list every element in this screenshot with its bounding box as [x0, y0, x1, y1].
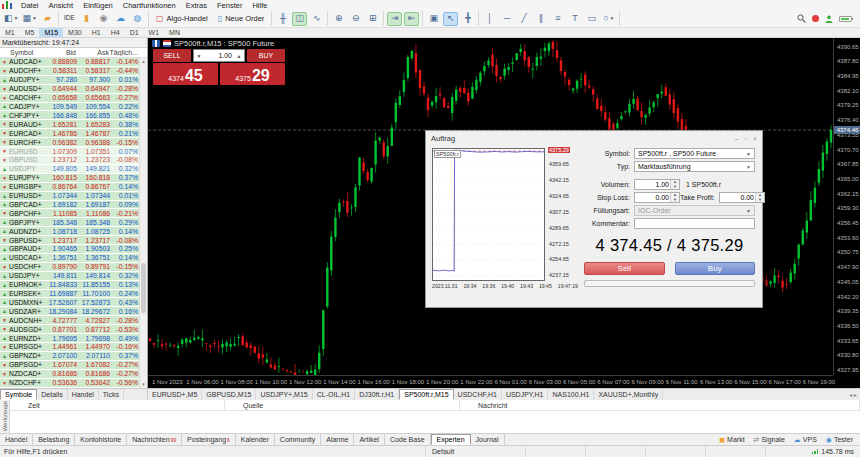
- search-icon[interactable]: [797, 14, 806, 23]
- menu-ansicht[interactable]: Ansicht: [44, 1, 79, 10]
- toolbox-tab-belastung[interactable]: Belastung: [33, 434, 75, 445]
- toolbox-column-quelle[interactable]: Quelle: [225, 400, 460, 410]
- quick-sell-button[interactable]: SELL: [153, 49, 191, 62]
- ide-icon[interactable]: IDE: [62, 12, 77, 26]
- mw-tab-handel[interactable]: Handel: [68, 389, 99, 400]
- vertical-line-icon[interactable]: │: [482, 12, 497, 26]
- timeframe-m5[interactable]: M5: [20, 28, 40, 37]
- order-type-select[interactable]: Marktausführung▼: [634, 161, 755, 172]
- grid-icon[interactable]: ⊞: [365, 12, 380, 26]
- timeframe-d1[interactable]: D1: [125, 28, 144, 37]
- symbol-row-usdjpy[interactable]: ▲USDJPY+149.811149.8140.32%: [0, 272, 139, 281]
- take-profit-stepper[interactable]: ▲▼: [719, 192, 765, 203]
- vps-button[interactable]: ☁VPS: [794, 436, 817, 443]
- chart-tab-usdchf-h1[interactable]: USDCHF,H1: [454, 389, 502, 400]
- new-order-button[interactable]: ▯Neue Order: [213, 12, 270, 26]
- menu-hilfe[interactable]: Hilfe: [247, 1, 272, 10]
- chart-type-icon[interactable]: ◧▼: [3, 12, 19, 26]
- profile-cell[interactable]: Default: [425, 446, 525, 457]
- crosshair-icon[interactable]: ╋: [460, 12, 475, 26]
- latency-cell[interactable]: 145.78 ms: [765, 446, 860, 457]
- tab-scroll-icons[interactable]: ◂ ▸: [846, 391, 860, 398]
- toolbox-column-zeit[interactable]: Zeit: [10, 400, 225, 410]
- symbol-row-eurnzd[interactable]: ▲EURNZD+1.796951.796980.49%: [0, 334, 139, 343]
- symbol-row-chfjpy[interactable]: ▲CHFJPY+166.848166.8550.48%: [0, 111, 139, 120]
- toolbox-column-nachricht[interactable]: Nachricht: [460, 400, 860, 410]
- symbol-row-gbpaud[interactable]: ▲GBPAUD+1.904651.905030.25%: [0, 245, 139, 254]
- chart-area[interactable]: 4390.654387.804384.954382.104379.254376.…: [148, 38, 860, 388]
- minimize-icon[interactable]: –: [735, 135, 739, 142]
- channel-icon[interactable]: ∥: [533, 12, 548, 26]
- scroll-up-icon[interactable]: ▴: [140, 58, 147, 65]
- symbol-row-usdcad[interactable]: ▲USDCAD+1.367511.367510.14%: [0, 254, 139, 263]
- comment-input[interactable]: [634, 218, 755, 229]
- symbol-row-audcad[interactable]: ▼AUDCAD+0.888090.88817-0.14%: [0, 58, 139, 67]
- mw-tab-symbole[interactable]: Symbole: [0, 389, 37, 400]
- chart-tab-usdjpy-m15[interactable]: USDJPY+,M15: [256, 389, 312, 400]
- symbol-row-gbpsgd[interactable]: ▼GBPSGD+1.670741.67082-0.27%: [0, 361, 139, 370]
- trendline-icon[interactable]: ╱: [516, 12, 531, 26]
- toolbox-tab-alarme[interactable]: Alarme: [321, 434, 354, 445]
- symbol-row-nzdcad[interactable]: ▼NZDCAD+0.816860.81686-0.27%: [0, 370, 139, 379]
- quick-buy-button[interactable]: BUY: [247, 49, 285, 62]
- bid-price-display[interactable]: 437445: [153, 63, 218, 85]
- scroll-down-icon[interactable]: ▾: [140, 381, 147, 388]
- toolbox-tab-handel[interactable]: Handel: [0, 434, 33, 445]
- close-icon[interactable]: ×: [753, 135, 757, 142]
- toolbox-tab-journal[interactable]: Journal: [471, 434, 505, 445]
- broadcast-icon[interactable]: ◉: [96, 12, 111, 26]
- chart-tab-cl-oil-h1[interactable]: CL-OIL,H1: [313, 389, 355, 400]
- stop-loss-stepper[interactable]: ▲▼: [634, 192, 680, 203]
- chart-tab-nas100-h1[interactable]: NAS100,H1: [548, 389, 594, 400]
- community-icon[interactable]: ◍: [130, 12, 145, 26]
- timeframe-m15[interactable]: M15: [39, 28, 63, 37]
- symbol-row-eurjpy[interactable]: ▼EURJPY+160.815160.8180.37%: [0, 174, 139, 183]
- line-chart-icon[interactable]: ∿: [309, 12, 324, 26]
- market-watch-scrollbar[interactable]: ▴ ▾: [139, 58, 147, 388]
- symbol-row-audusd[interactable]: ▼AUDUSD+0.649440.64947-0.28%: [0, 85, 139, 94]
- symbol-row-audsgd[interactable]: ▼AUDSGD+0.877010.87712-0.53%: [0, 325, 139, 334]
- maximize-icon[interactable]: ▫: [744, 135, 746, 142]
- signals-button[interactable]: ⇄Signale: [754, 436, 785, 443]
- market-button[interactable]: ◼Markt: [719, 436, 744, 443]
- shapes-icon[interactable]: ○▼: [601, 12, 616, 26]
- timeframe-m1[interactable]: M1: [0, 28, 20, 37]
- bars-chart-icon[interactable]: ╫: [275, 12, 290, 26]
- ask-price-display[interactable]: 437529: [220, 63, 285, 85]
- symbol-row-usdchf[interactable]: ▼USDCHF+0.897900.89791-0.15%: [0, 263, 139, 272]
- cursor-icon[interactable]: ↖: [443, 12, 458, 26]
- volume-down-icon[interactable]: ▼: [194, 53, 204, 59]
- column-header-ask[interactable]: Ask: [76, 49, 109, 56]
- zoom-out-icon[interactable]: ⊖: [348, 12, 363, 26]
- column-header-t-glich[interactable]: Täglich...: [109, 49, 139, 56]
- candles-chart-icon[interactable]: ◫: [292, 12, 307, 26]
- column-header-symbol[interactable]: Symbol: [0, 49, 44, 56]
- chart-tab-gbpusd-m15[interactable]: GBPUSD,M15: [202, 389, 256, 400]
- timeframe-w1[interactable]: W1: [144, 28, 165, 37]
- menu-extras[interactable]: Extras: [181, 1, 212, 10]
- toolbox-tab-code-base[interactable]: Code Base: [385, 434, 431, 445]
- toolbox-tab-kalender[interactable]: Kalender: [236, 434, 275, 445]
- chart-layout-icon[interactable]: ▦▼: [21, 12, 37, 26]
- chart-tab-sp500ft-r-m15[interactable]: SP500ft.r,M15: [399, 389, 453, 400]
- auto-scroll-icon[interactable]: ⇥: [387, 12, 402, 26]
- spinner-icons[interactable]: ▲▼: [755, 193, 764, 202]
- menu-datei[interactable]: Datei: [16, 1, 44, 10]
- toolbox-tab-artikel[interactable]: Artikel: [354, 434, 384, 445]
- symbol-row-eurgbp[interactable]: ▼EURGBP+0.867640.867670.14%: [0, 183, 139, 192]
- symbol-row-audcnh[interactable]: ▼AUDCNH+4.727774.72827-0.28%: [0, 316, 139, 325]
- price-axis[interactable]: 4390.654387.804384.954382.104379.254376.…: [833, 38, 860, 375]
- symbol-row-usdjpy[interactable]: ▲USDJPY149.805149.8210.32%: [0, 165, 139, 174]
- text-icon[interactable]: T: [567, 12, 582, 26]
- user-icon[interactable]: [825, 15, 833, 23]
- symbol-row-eurnok[interactable]: ▲EURNOK+11.8483311.851550.13%: [0, 281, 139, 290]
- symbol-row-gbpjpy[interactable]: ▲GBPJPY+185.348185.3480.29%: [0, 218, 139, 227]
- scroll-thumb[interactable]: [141, 263, 146, 313]
- symbol-row-eurchf[interactable]: ▼EURCHF+0.963820.96388-0.15%: [0, 138, 139, 147]
- timeframe-h1[interactable]: H1: [87, 28, 106, 37]
- spinner-icons[interactable]: ▲▼: [670, 193, 679, 202]
- toolbox-tab-kontohistorie[interactable]: Kontohistorie: [75, 434, 127, 445]
- menu-einf-gen[interactable]: Einfügen: [78, 1, 118, 10]
- symbol-row-gbpcad[interactable]: ▲GBPCAD+1.691821.691870.09%: [0, 201, 139, 210]
- volume-up-icon[interactable]: ▲: [234, 53, 244, 59]
